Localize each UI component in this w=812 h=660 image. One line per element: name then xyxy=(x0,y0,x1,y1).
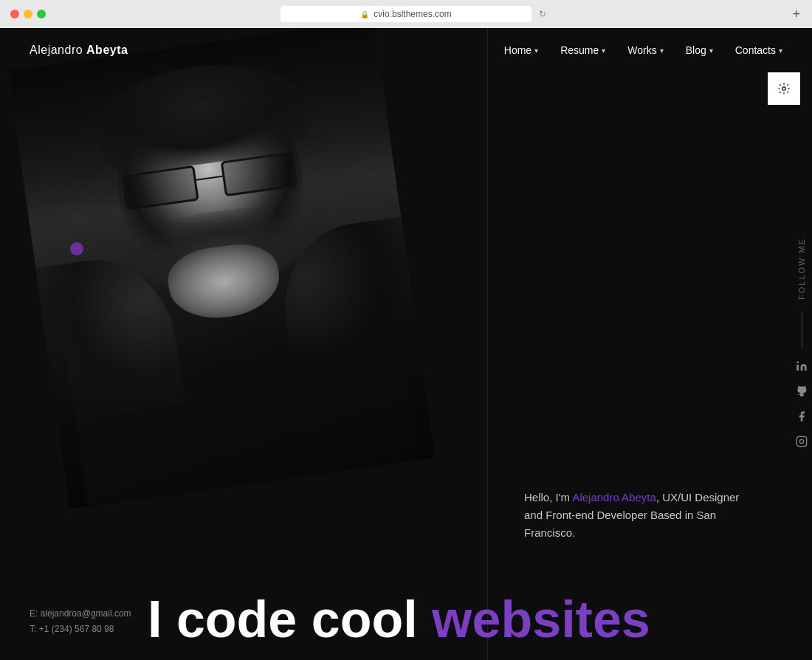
new-tab-button[interactable]: + xyxy=(792,7,800,21)
nav-link-blog[interactable]: Blog ▾ xyxy=(686,44,713,56)
maximize-button[interactable] xyxy=(37,10,46,18)
navbar: Alejandro Abeyta Home ▾ Resume ▾ Works ▾ xyxy=(0,28,812,72)
hero-intro-text: Hello, I'm Alejandro Abeyta, UX/UI Desig… xyxy=(524,489,760,542)
follow-me-sidebar: Follow Me xyxy=(796,238,812,450)
social-icons xyxy=(796,360,808,450)
nav-link-home[interactable]: Home ▾ xyxy=(504,44,538,56)
nav-item-blog[interactable]: Blog ▾ xyxy=(686,44,713,56)
gear-icon xyxy=(777,82,791,95)
chevron-down-icon: ▾ xyxy=(779,47,782,55)
email-text: E: alejandroa@gmail.com xyxy=(30,606,131,622)
chevron-down-icon: ▾ xyxy=(534,47,538,55)
big-headline: I code cool websites xyxy=(148,594,775,645)
instagram-icon[interactable] xyxy=(796,436,808,450)
nav-item-home[interactable]: Home ▾ xyxy=(504,44,538,56)
svg-rect-2 xyxy=(796,436,806,446)
address-bar[interactable]: 🔒 cvio.bslthemes.com ↻ xyxy=(281,6,531,22)
settings-button[interactable] xyxy=(768,72,800,105)
svg-point-0 xyxy=(782,87,786,91)
svg-point-1 xyxy=(796,361,799,363)
nav-link-works[interactable]: Works ▾ xyxy=(627,44,663,56)
chevron-down-icon: ▾ xyxy=(660,47,664,55)
window-chrome: 🔒 cvio.bslthemes.com ↻ + xyxy=(0,0,812,28)
nav-item-contacts[interactable]: Contacts ▾ xyxy=(735,44,782,56)
nav-item-resume[interactable]: Resume ▾ xyxy=(560,44,605,56)
lock-icon: 🔒 xyxy=(360,10,369,18)
right-content: Hello, I'm Alejandro Abeyta, UX/UI Desig… xyxy=(487,28,812,660)
traffic-lights xyxy=(10,10,46,18)
nav-item-works[interactable]: Works ▾ xyxy=(627,44,663,56)
hero-photo-area xyxy=(0,28,487,660)
nav-links: Home ▾ Resume ▾ Works ▾ Blog ▾ xyxy=(504,44,782,56)
site-container: Alejandro Abeyta Home ▾ Resume ▾ Works ▾ xyxy=(0,28,812,660)
purple-dot-decoration xyxy=(70,242,83,255)
follow-me-label: Follow Me xyxy=(797,238,806,300)
hero-photo-frame xyxy=(8,28,436,509)
follow-line xyxy=(802,312,802,348)
close-button[interactable] xyxy=(10,10,19,18)
chevron-down-icon: ▾ xyxy=(709,47,713,55)
chevron-down-icon: ▾ xyxy=(602,47,605,55)
minimize-button[interactable] xyxy=(24,10,32,18)
brand-name: Alejandro Abeyta xyxy=(30,44,128,57)
phone-text: T: +1 (234) 567 80 98 xyxy=(30,622,131,638)
nav-link-resume[interactable]: Resume ▾ xyxy=(560,44,605,56)
url-text: cvio.bslthemes.com xyxy=(374,9,451,19)
hero-photo-bg xyxy=(8,28,436,509)
github-icon[interactable] xyxy=(796,385,808,400)
nav-link-contacts[interactable]: Contacts ▾ xyxy=(735,44,782,56)
contact-info: E: alejandroa@gmail.com T: +1 (234) 567 … xyxy=(30,606,131,638)
facebook-icon[interactable] xyxy=(796,410,808,425)
refresh-button[interactable]: ↻ xyxy=(539,9,546,19)
linkedin-icon[interactable] xyxy=(796,360,808,375)
